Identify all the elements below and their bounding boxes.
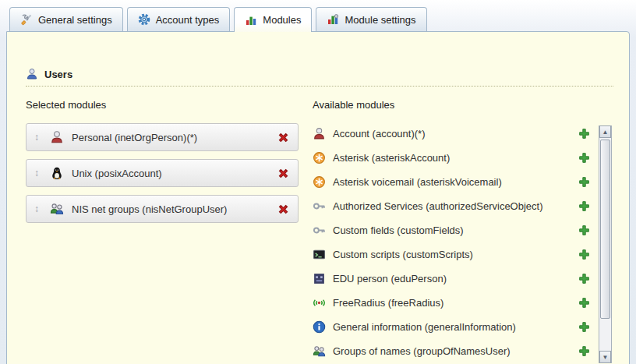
- group-icon: [50, 202, 64, 216]
- available-module-row: Custom fields (customFields): [313, 218, 590, 242]
- group-icon: [313, 345, 326, 358]
- remove-module-button[interactable]: [277, 167, 290, 180]
- modules-chart-icon: [245, 14, 257, 27]
- scroll-down-icon[interactable]: [599, 351, 611, 363]
- key-icon: [313, 224, 326, 237]
- available-module-row: Custom scripts (customScripts): [313, 242, 590, 267]
- users-section-title: Users: [44, 69, 72, 80]
- scrollbar-thumb[interactable]: [600, 140, 610, 319]
- green-plus-icon: [578, 152, 590, 164]
- antenna-icon: [313, 296, 326, 309]
- module-label: Personal (inetOrgPerson)(*): [72, 132, 269, 143]
- add-module-button[interactable]: [578, 297, 590, 309]
- add-module-button[interactable]: [578, 345, 590, 357]
- tab-general-settings[interactable]: General settings: [9, 7, 123, 31]
- module-label: Unix (posixAccount): [72, 168, 269, 179]
- available-module-row: Asterisk (asteriskAccount): [313, 146, 590, 170]
- tux-penguin-icon: [50, 166, 64, 180]
- module-label: Asterisk voicemail (asteriskVoicemail): [333, 176, 571, 188]
- selected-module-row[interactable]: NIS net groups (nisNetGroupUser): [26, 195, 299, 223]
- red-x-icon: [277, 167, 290, 180]
- module-settings-chart-icon: [327, 13, 339, 26]
- module-label: Custom fields (customFields): [333, 224, 571, 236]
- scroll-up-icon[interactable]: [599, 125, 611, 138]
- module-label: FreeRadius (freeRadius): [333, 297, 571, 309]
- module-label: General information (generalInformation): [333, 321, 571, 333]
- available-module-row: Account (account)(*): [313, 122, 590, 146]
- selected-modules-column: Selected modules Personal (inetOrgPerson…: [26, 99, 299, 231]
- add-module-button[interactable]: [578, 152, 590, 164]
- add-module-button[interactable]: [578, 176, 590, 188]
- selected-module-row[interactable]: Personal (inetOrgPerson)(*): [26, 123, 299, 151]
- modules-panel: Users Selected modules Personal (inetOrg…: [6, 31, 630, 364]
- available-module-row: Groups of names (groupOfNamesUser): [313, 339, 590, 363]
- add-module-button[interactable]: [578, 128, 590, 140]
- module-label: Groups of names (groupOfNamesUser): [333, 345, 571, 357]
- asterisk-icon: [313, 175, 326, 189]
- add-module-button[interactable]: [578, 249, 590, 260]
- module-label: NIS net groups (nisNetGroupUser): [72, 203, 269, 215]
- available-modules-scrollbar[interactable]: [599, 125, 612, 363]
- gear-icon: [138, 13, 150, 26]
- terminal-icon: [313, 248, 326, 261]
- tab-label: Account types: [156, 14, 220, 26]
- green-plus-icon: [578, 200, 590, 212]
- tab-bar: General settings Account types Modules M…: [9, 7, 427, 32]
- available-module-row: EDU person (eduPerson): [313, 267, 590, 291]
- asterisk-icon: [313, 151, 326, 164]
- person-icon: [50, 130, 64, 144]
- info-icon: [313, 320, 326, 334]
- remove-module-button[interactable]: [277, 131, 290, 144]
- green-plus-icon: [578, 128, 590, 140]
- module-label: Custom scripts (customScripts): [333, 249, 571, 260]
- red-x-icon: [277, 203, 290, 216]
- module-label: EDU person (eduPerson): [333, 273, 571, 284]
- users-section-heading: Users: [26, 68, 613, 87]
- available-module-row: Authorized Services (authorizedServiceOb…: [313, 194, 590, 218]
- tab-label: Modules: [263, 14, 301, 26]
- available-modules-list: Account (account)(*) Asterisk (asteriskA…: [313, 122, 612, 363]
- person-icon: [313, 127, 326, 140]
- available-modules-column: Available modules Account (account)(*) A…: [313, 99, 612, 363]
- available-module-row: Asterisk voicemail (asteriskVoicemail): [313, 170, 590, 194]
- remove-module-button[interactable]: [277, 203, 290, 216]
- module-label: Account (account)(*): [333, 128, 571, 140]
- selected-module-row[interactable]: Unix (posixAccount): [26, 159, 299, 187]
- tab-account-types[interactable]: Account types: [127, 7, 231, 31]
- key-icon: [313, 200, 326, 213]
- add-module-button[interactable]: [578, 273, 590, 284]
- pixel-face-icon: [313, 272, 326, 285]
- add-module-button[interactable]: [578, 224, 590, 236]
- tab-label: General settings: [38, 14, 112, 26]
- tab-modules[interactable]: Modules: [234, 7, 312, 32]
- available-module-row: FreeRadius (freeRadius): [313, 291, 590, 315]
- green-plus-icon: [578, 321, 590, 333]
- green-plus-icon: [578, 249, 590, 260]
- available-modules-heading: Available modules: [313, 99, 612, 111]
- drag-handle-icon[interactable]: [34, 168, 42, 178]
- drag-handle-icon[interactable]: [34, 203, 42, 214]
- available-module-row: General information (generalInformation): [313, 315, 590, 339]
- green-plus-icon: [578, 176, 590, 188]
- drag-handle-icon[interactable]: [34, 132, 42, 143]
- green-plus-icon: [578, 297, 590, 309]
- tab-module-settings[interactable]: Module settings: [316, 7, 426, 31]
- module-label: Authorized Services (authorizedServiceOb…: [333, 200, 571, 212]
- add-module-button[interactable]: [578, 321, 590, 333]
- green-plus-icon: [578, 273, 590, 284]
- user-icon: [26, 68, 38, 80]
- tab-label: Module settings: [344, 14, 415, 26]
- red-x-icon: [277, 131, 290, 144]
- green-plus-icon: [578, 345, 590, 357]
- module-label: Asterisk (asteriskAccount): [333, 152, 571, 164]
- green-plus-icon: [578, 224, 590, 236]
- tools-icon: [20, 13, 33, 26]
- add-module-button[interactable]: [578, 200, 590, 212]
- selected-modules-heading: Selected modules: [26, 99, 299, 111]
